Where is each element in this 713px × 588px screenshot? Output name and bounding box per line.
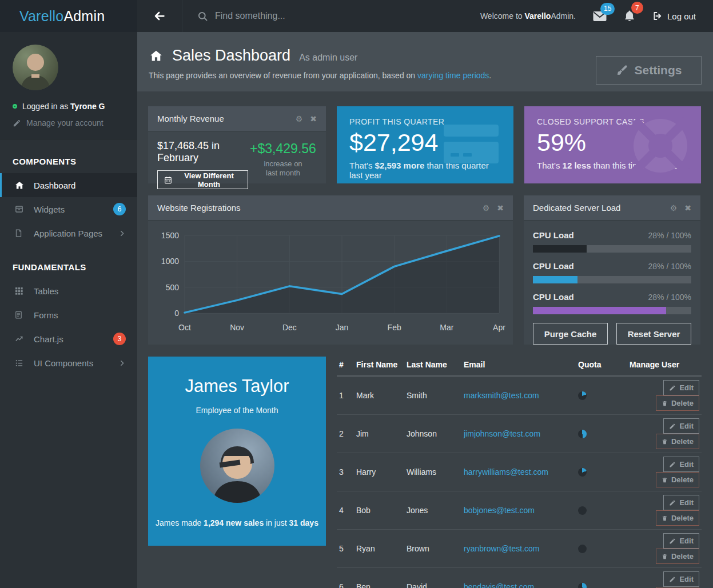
navbar-right: Welcome to VarelloAdmin. 15 7 Log out <box>480 10 713 22</box>
gear-icon[interactable]: ⚙ <box>296 114 303 123</box>
sidebar-item-label: Tables <box>34 286 58 296</box>
svg-text:1000: 1000 <box>161 257 179 266</box>
employee-name: James Taylor <box>148 376 326 397</box>
svg-text:1500: 1500 <box>161 231 179 240</box>
delete-label: Delete <box>671 514 694 522</box>
purge-cache-button[interactable]: Purge Cache <box>533 323 608 345</box>
cpu-progress-track <box>533 307 691 314</box>
varying-time-periods-link[interactable]: varying time periods <box>417 71 489 80</box>
server-load-panel: Dedicated Server Load ⚙✖ CPU Load28% / 1… <box>524 195 700 345</box>
delete-user-button[interactable]: Delete <box>656 510 699 526</box>
delete-user-button[interactable]: Delete <box>656 434 699 449</box>
user-last-name: Johnson <box>404 415 461 453</box>
edit-user-button[interactable]: Edit <box>663 533 699 549</box>
user-row-1: 1MarkSmithmarksmith@test.comEditDelete <box>337 376 702 415</box>
user-email-link[interactable]: bendavis@test.com <box>464 582 534 588</box>
website-registrations-panel: Website Registrations ⚙✖ 050010001500Oct… <box>148 195 513 345</box>
close-icon[interactable]: ✖ <box>310 114 317 123</box>
delete-label: Delete <box>671 552 694 561</box>
cpu-progress-fill <box>533 276 577 283</box>
settings-button[interactable]: Settings <box>596 56 702 85</box>
edit-user-button[interactable]: Edit <box>663 495 699 510</box>
page-title: Sales Dashboard <box>172 47 290 65</box>
svg-text:Apr: Apr <box>493 323 505 332</box>
ui-components-icon <box>14 359 34 367</box>
user-num: 2 <box>337 415 354 453</box>
sidebar-item-chart-js[interactable]: Chart.js3 <box>0 327 137 351</box>
quota-pie-icon <box>578 506 587 515</box>
credit-card-icon <box>444 125 499 163</box>
gear-icon[interactable]: ⚙ <box>483 203 490 213</box>
chart-icon <box>14 335 34 343</box>
col-email: Email <box>461 357 576 376</box>
col-first: First Name <box>354 357 404 376</box>
employee-of-month-card: James Taylor Employee of the Month James… <box>148 357 326 546</box>
notifications-button[interactable]: 7 <box>624 10 635 22</box>
delete-user-button[interactable]: Delete <box>656 549 699 564</box>
user-first-name: Jim <box>354 415 404 453</box>
user-first-name: Harry <box>354 453 404 491</box>
user-email-link[interactable]: jimjohnson@test.com <box>464 429 540 438</box>
trash-icon <box>662 515 668 522</box>
user-num: 4 <box>337 491 354 530</box>
registrations-title: Website Registrations <box>157 203 241 213</box>
content: Monthly Revenue ⚙✖ $17,468.45 in Februar… <box>137 91 713 588</box>
sidebar-item-forms[interactable]: Forms <box>0 303 137 327</box>
quota-pie-icon <box>578 583 587 588</box>
edit-label: Edit <box>679 422 694 430</box>
user-first-name: Ryan <box>354 530 404 568</box>
view-different-month-button[interactable]: View Different Month <box>157 170 248 189</box>
close-icon[interactable]: ✖ <box>497 203 504 213</box>
search-input[interactable] <box>215 11 398 21</box>
user-email-link[interactable]: marksmith@test.com <box>464 391 539 400</box>
profit-caption: That's $2,593 more than this quarter las… <box>349 161 501 180</box>
collapse-sidebar-button[interactable] <box>137 0 182 32</box>
col-quota: Quota <box>576 357 627 376</box>
logout-button[interactable]: Log out <box>652 11 696 21</box>
cpu-progress-track <box>533 276 691 283</box>
manage-account-link[interactable]: Manage your account <box>13 118 137 127</box>
edit-label: Edit <box>679 383 694 392</box>
edit-label: Edit <box>679 537 694 545</box>
user-email-link[interactable]: harrywilliams@test.com <box>464 467 548 477</box>
user-num: 5 <box>337 530 354 568</box>
pencil-icon <box>13 119 21 127</box>
manage-account-label: Manage your account <box>26 118 103 127</box>
messages-button[interactable]: 15 <box>593 11 607 22</box>
close-icon[interactable]: ✖ <box>684 203 691 213</box>
gear-icon[interactable]: ⚙ <box>670 203 678 213</box>
sidebar-item-dashboard[interactable]: Dashboard <box>0 173 137 197</box>
sidebar-item-label: Chart.js <box>34 334 63 344</box>
chevron-right-icon <box>118 359 126 367</box>
edit-user-button[interactable]: Edit <box>663 418 699 434</box>
user-email-link[interactable]: ryanbrown@test.com <box>464 544 539 553</box>
brand-part1: Varello <box>19 8 63 25</box>
sidebar-item-widgets[interactable]: Widgets6 <box>0 197 137 221</box>
edit-user-button[interactable]: Edit <box>663 571 699 587</box>
quota-pie-icon <box>578 430 587 438</box>
quota-pie-icon <box>578 545 587 553</box>
brand-logo[interactable]: VarelloAdmin <box>0 0 137 32</box>
employee-subtitle: Employee of the Month <box>148 406 326 415</box>
reset-server-button[interactable]: Reset Server <box>616 323 691 345</box>
cpu-load-row: CPU Load28% / 100% <box>533 261 691 283</box>
svg-text:Mar: Mar <box>440 323 453 332</box>
edit-user-button[interactable]: Edit <box>663 457 699 472</box>
cpu-load-row: CPU Load28% / 100% <box>533 292 691 314</box>
delete-user-button[interactable]: Delete <box>656 472 699 487</box>
cpu-load-row: CPU Load28% / 100% <box>533 230 691 253</box>
life-ring-icon <box>629 114 692 177</box>
delete-user-button[interactable]: Delete <box>656 395 699 411</box>
user-first-name: Mark <box>354 376 404 415</box>
sidebar-item-ui-components[interactable]: UI Components <box>0 351 137 375</box>
profit-quarter-card: PROFIT THIS QUARTER $27,294 That's $2,59… <box>337 106 513 183</box>
sidebar-item-tables[interactable]: Tables <box>0 279 137 303</box>
edit-user-button[interactable]: Edit <box>663 380 699 395</box>
sidebar-item-application-pages[interactable]: Application Pages <box>0 221 137 245</box>
trash-icon <box>662 553 668 560</box>
user-email-link[interactable]: bobjones@test.com <box>464 506 535 515</box>
users-table: # First Name Last Name Email Quota Manag… <box>337 357 702 588</box>
sidebar-item-label: UI Components <box>34 358 93 368</box>
sidebar-heading-components: COMPONENTS <box>0 139 137 173</box>
user-row-6: 6BenDavidbendavis@test.comEditDelete <box>337 568 702 588</box>
